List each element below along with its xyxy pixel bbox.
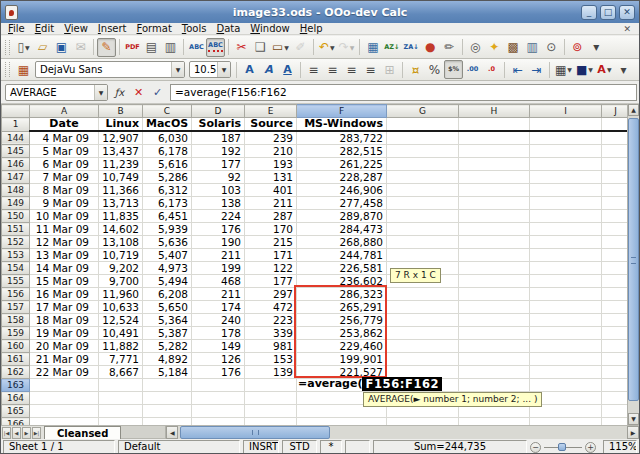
formula-input[interactable]: =average(F156:F162 <box>170 84 637 101</box>
increase-indent-icon[interactable]: ⇥ <box>527 60 546 79</box>
name-box[interactable]: AVERAGE ▼ <box>5 84 108 101</box>
cell[interactable]: 149 <box>192 340 245 353</box>
cell[interactable] <box>387 145 459 158</box>
cell[interactable]: 7 Mar 09 <box>30 171 99 184</box>
cell[interactable] <box>99 418 143 426</box>
standard-format-icon[interactable]: $% <box>444 60 463 79</box>
cell[interactable] <box>387 210 459 223</box>
print-icon[interactable]: ▤ <box>142 38 161 57</box>
cell[interactable]: 297 <box>245 288 297 301</box>
cell[interactable] <box>387 171 459 184</box>
row-header-147[interactable]: 147 <box>2 171 30 184</box>
cell[interactable] <box>99 405 143 418</box>
cell[interactable] <box>143 418 192 426</box>
cell[interactable] <box>602 392 630 405</box>
cell[interactable]: 5 Mar 09 <box>30 145 99 158</box>
cell[interactable] <box>530 301 602 314</box>
cell[interactable]: 226,581 <box>297 262 387 275</box>
cell[interactable] <box>459 184 530 197</box>
cell[interactable]: 4 Mar 09 <box>30 131 99 145</box>
column-header-g[interactable]: G <box>387 105 459 118</box>
underline-icon[interactable]: A <box>278 60 297 79</box>
selection-mode[interactable]: STD <box>282 440 317 454</box>
cell[interactable]: 122 <box>245 262 297 275</box>
cell[interactable]: 283,722 <box>297 131 387 145</box>
first-sheet-icon[interactable]: |◀ <box>2 427 11 439</box>
help-icon[interactable]: ⊚ <box>568 38 587 57</box>
cell[interactable]: 5,286 <box>143 171 192 184</box>
currency-format-icon[interactable]: ¤ <box>406 60 425 79</box>
cell[interactable]: 190 <box>192 236 245 249</box>
cell[interactable]: 5,616 <box>143 158 192 171</box>
cell[interactable] <box>602 197 630 210</box>
cell[interactable] <box>459 118 530 132</box>
save-icon[interactable]: ▣ <box>52 38 71 57</box>
cell[interactable]: 211 <box>192 249 245 262</box>
align-right-icon[interactable]: ≡ <box>342 60 361 79</box>
hyperlink-icon[interactable]: ▦ <box>363 38 382 57</box>
cell[interactable] <box>387 197 459 210</box>
cell[interactable]: 10,491 <box>99 327 143 340</box>
cell[interactable]: 5,650 <box>143 301 192 314</box>
chevron-down-icon[interactable]: ▼ <box>330 44 335 51</box>
row-header-146[interactable]: 146 <box>2 158 30 171</box>
cell[interactable]: 6,208 <box>143 288 192 301</box>
italic-icon[interactable]: A <box>259 60 278 79</box>
cell[interactable]: 13,713 <box>99 197 143 210</box>
cell[interactable]: 472 <box>245 301 297 314</box>
menu-edit[interactable]: Edit <box>30 23 59 34</box>
horizontal-scrollbar-thumb[interactable] <box>180 426 330 439</box>
cell[interactable]: 244,781 <box>297 249 387 262</box>
row-header-157[interactable]: 157 <box>2 301 30 314</box>
cell[interactable] <box>30 418 99 426</box>
cell[interactable] <box>459 262 530 275</box>
cell[interactable] <box>387 340 459 353</box>
menu-format[interactable]: Format <box>132 23 177 34</box>
cell[interactable] <box>530 418 602 426</box>
styles-grid-icon[interactable]: ▦ <box>14 60 33 79</box>
cell[interactable] <box>245 405 297 418</box>
bold-icon[interactable]: A <box>240 60 259 79</box>
cell[interactable] <box>602 249 630 262</box>
cell[interactable]: 7,771 <box>99 353 143 366</box>
menu-help[interactable]: Help <box>295 23 328 34</box>
cell[interactable]: 261,225 <box>297 158 387 171</box>
cell[interactable] <box>459 418 530 426</box>
cell[interactable] <box>459 340 530 353</box>
cell[interactable]: 10,719 <box>99 249 143 262</box>
cell[interactable]: 14,602 <box>99 223 143 236</box>
cell[interactable]: 289,870 <box>297 210 387 223</box>
column-header-c[interactable]: C <box>143 105 192 118</box>
cell[interactable]: 11,960 <box>99 288 143 301</box>
cell[interactable] <box>530 210 602 223</box>
column-header-i[interactable]: I <box>530 105 602 118</box>
cell[interactable]: Linux <box>99 118 143 132</box>
cell[interactable] <box>530 275 602 288</box>
cell[interactable] <box>602 158 630 171</box>
scroll-up-icon[interactable]: ▲ <box>628 104 639 116</box>
cell[interactable]: 11,835 <box>99 210 143 223</box>
cell[interactable] <box>387 314 459 327</box>
cell[interactable]: Date <box>30 118 99 132</box>
cell[interactable] <box>459 379 530 392</box>
column-header-b[interactable]: B <box>99 105 143 118</box>
chevron-down-icon[interactable]: ▼ <box>607 66 612 73</box>
cell[interactable] <box>602 145 630 158</box>
row-header-149[interactable]: 149 <box>2 197 30 210</box>
cell[interactable]: 401 <box>245 184 297 197</box>
row-header-152[interactable]: 152 <box>2 236 30 249</box>
auto-spellcheck-icon[interactable]: ABC <box>206 38 225 57</box>
cell[interactable]: 211 <box>192 288 245 301</box>
chevron-down-icon[interactable]: ▼ <box>284 44 289 51</box>
zoom-in-icon[interactable]: + <box>585 442 596 453</box>
cell[interactable] <box>143 392 192 405</box>
spellcheck-icon[interactable]: ABC <box>187 38 206 57</box>
align-left-icon[interactable]: ≡ <box>304 60 323 79</box>
cell[interactable]: 11,366 <box>99 184 143 197</box>
cell[interactable]: 240 <box>192 314 245 327</box>
draw-functions-icon[interactable]: ✏ <box>440 38 459 57</box>
cell[interactable]: 5,387 <box>143 327 192 340</box>
cell[interactable] <box>143 379 192 392</box>
sum-display[interactable]: Sum=244,735 <box>373 440 527 454</box>
next-sheet-icon[interactable]: ▶ <box>22 427 31 439</box>
